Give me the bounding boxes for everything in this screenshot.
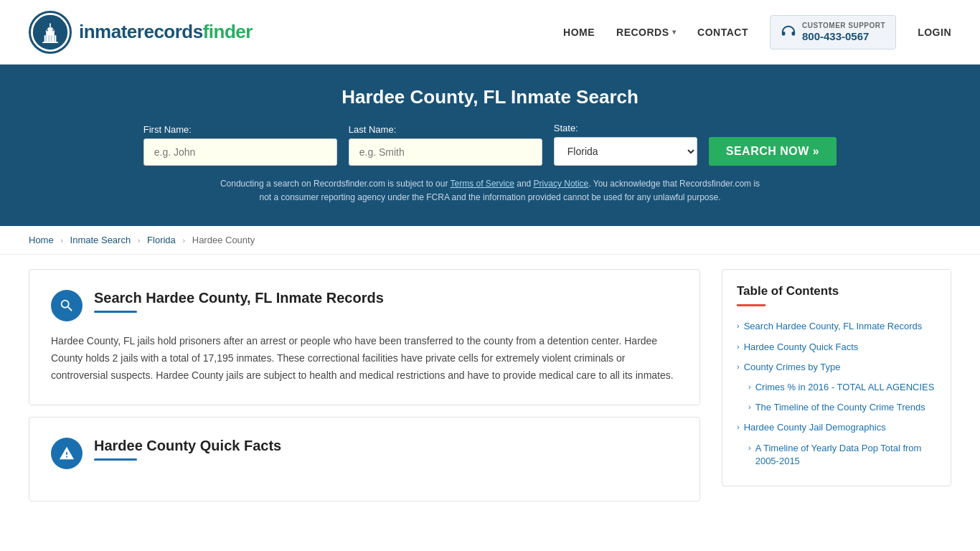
content-area: Search Hardee County, FL Inmate Records … — [29, 269, 722, 512]
toc-divider — [737, 304, 765, 306]
toc-link-4[interactable]: Crimes % in 2016 - TOTAL ALL AGENCIES — [755, 381, 935, 394]
toc-link-2[interactable]: Hardee County Quick Facts — [744, 341, 859, 354]
main-nav: HOME RECORDS ▾ CONTACT CUSTOMER SUPPORT … — [563, 15, 951, 50]
last-name-input[interactable] — [349, 138, 542, 166]
breadcrumb-hardee-county: Hardee County — [192, 235, 255, 245]
toc-box: Table of Contents › Search Hardee County… — [722, 269, 951, 486]
toc-item-1: › Search Hardee County, FL Inmate Record… — [737, 316, 936, 336]
breadcrumb-florida[interactable]: Florida — [147, 235, 176, 245]
toc-chevron-icon-6: › — [737, 423, 740, 431]
breadcrumb-inmate-search[interactable]: Inmate Search — [70, 235, 131, 245]
toc-chevron-icon-3: › — [737, 362, 740, 371]
section-body: Hardee County, FL jails hold prisoners a… — [51, 333, 678, 384]
toc-item-5: › The Timeline of the County Crime Trend… — [737, 397, 936, 418]
logo-area: inmaterecordsfinder — [29, 11, 253, 54]
quick-facts-icon — [51, 438, 83, 469]
svg-rect-5 — [45, 35, 47, 42]
last-name-label: Last Name: — [349, 124, 396, 135]
main-content: Search Hardee County, FL Inmate Records … — [0, 255, 980, 527]
toc-chevron-icon-2: › — [737, 342, 740, 351]
magnifier-icon — [59, 298, 75, 314]
hero-title: Hardee County, FL Inmate Search — [29, 86, 951, 108]
toc-chevron-icon-4: › — [748, 382, 751, 391]
last-name-group: Last Name: — [349, 124, 542, 166]
search-now-button[interactable]: SEARCH NOW » — [709, 137, 837, 166]
section-header: Search Hardee County, FL Inmate Records — [51, 290, 678, 321]
search-form: First Name: Last Name: State: Florida Al… — [29, 123, 951, 166]
first-name-group: First Name: — [143, 124, 337, 166]
warning-icon — [59, 446, 75, 461]
hero-disclaimer: Conducting a search on Recordsfinder.com… — [217, 177, 763, 204]
toc-chevron-icon-5: › — [748, 402, 751, 411]
toc-item-2: › Hardee County Quick Facts — [737, 337, 936, 357]
chevron-down-icon: ▾ — [672, 28, 677, 36]
breadcrumb-sep-3: › — [182, 236, 185, 245]
nav-home[interactable]: HOME — [563, 27, 595, 38]
toc-link-1[interactable]: Search Hardee County, FL Inmate Records — [744, 320, 923, 333]
state-select[interactable]: Florida Alabama Georgia Texas — [554, 137, 697, 166]
svg-rect-6 — [49, 35, 50, 42]
quick-facts-section: Hardee County Quick Facts — [29, 417, 700, 501]
nav-login[interactable]: LOGIN — [918, 27, 951, 38]
toc-link-7[interactable]: A Timeline of Yearly Data Pop Total from… — [755, 442, 936, 468]
toc-item-3: › County Crimes by Type — [737, 357, 936, 377]
quick-facts-title: Hardee County Quick Facts — [94, 438, 281, 454]
search-section-icon — [51, 290, 83, 321]
search-records-section: Search Hardee County, FL Inmate Records … — [29, 269, 700, 405]
logo-text: inmaterecordsfinder — [79, 21, 253, 43]
terms-of-service-link[interactable]: Terms of Service — [451, 179, 514, 189]
breadcrumb-sep-2: › — [138, 236, 141, 245]
quick-facts-underline — [94, 458, 137, 461]
sidebar: Table of Contents › Search Hardee County… — [722, 269, 951, 512]
headset-icon — [781, 24, 796, 40]
section-title: Search Hardee County, FL Inmate Records — [94, 290, 384, 306]
svg-rect-9 — [42, 42, 58, 43]
state-label: State: — [554, 123, 578, 133]
toc-item-7: › A Timeline of Yearly Data Pop Total fr… — [737, 438, 936, 471]
first-name-input[interactable] — [143, 138, 337, 166]
toc-chevron-icon-7: › — [748, 443, 751, 452]
customer-support-button[interactable]: CUSTOMER SUPPORT 800-433-0567 — [770, 15, 896, 50]
section-underline — [94, 311, 137, 313]
toc-item-4: › Crimes % in 2016 - TOTAL ALL AGENCIES — [737, 377, 936, 397]
nav-contact[interactable]: CONTACT — [697, 27, 748, 38]
site-header: inmaterecordsfinder HOME RECORDS ▾ CONTA… — [0, 0, 980, 65]
nav-records[interactable]: RECORDS ▾ — [616, 27, 676, 38]
breadcrumb-home[interactable]: Home — [29, 235, 54, 245]
breadcrumb-sep-1: › — [60, 236, 63, 245]
toc-link-6[interactable]: Hardee County Jail Demographics — [744, 421, 886, 434]
svg-rect-3 — [48, 27, 53, 32]
privacy-notice-link[interactable]: Privacy Notice — [534, 179, 589, 189]
breadcrumb: Home › Inmate Search › Florida › Hardee … — [0, 226, 980, 255]
svg-rect-8 — [54, 35, 55, 42]
toc-item-6: › Hardee County Jail Demographics — [737, 418, 936, 438]
svg-rect-7 — [51, 35, 52, 42]
logo-icon — [29, 11, 72, 54]
toc-chevron-icon: › — [737, 321, 740, 330]
toc-link-3[interactable]: County Crimes by Type — [744, 361, 841, 374]
first-name-label: First Name: — [143, 124, 192, 135]
state-group: State: Florida Alabama Georgia Texas — [554, 123, 697, 166]
support-text: CUSTOMER SUPPORT 800-433-0567 — [802, 22, 885, 43]
toc-title: Table of Contents — [737, 284, 936, 298]
quick-facts-header: Hardee County Quick Facts — [51, 438, 678, 469]
toc-link-5[interactable]: The Timeline of the County Crime Trends — [755, 401, 925, 414]
hero-section: Hardee County, FL Inmate Search First Na… — [0, 65, 980, 226]
